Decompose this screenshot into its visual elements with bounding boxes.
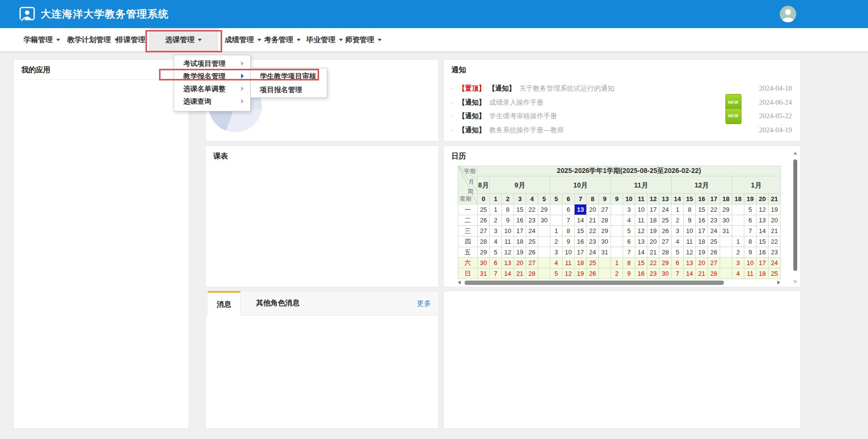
tab-other-role-messages[interactable]: 其他角色消息: [247, 291, 308, 315]
date-cell: [720, 236, 732, 247]
week-number: 21: [769, 194, 781, 204]
main-nav: 学籍管理教学计划管理排课管理选课管理成绩管理考务管理毕业管理师资管理: [0, 28, 868, 52]
date-cell: 14: [502, 268, 514, 279]
course-selection-dropdown-menu: 考试项目管理教学报名管理选课名单调整选课查询: [174, 55, 251, 111]
month-header: 8月: [478, 176, 490, 194]
date-cell: [538, 268, 550, 279]
week-number: 2: [502, 194, 514, 204]
date-cell: 28: [478, 236, 490, 247]
date-cell: 19: [647, 226, 659, 236]
date-cell: 23: [587, 236, 599, 247]
menu-item-1[interactable]: 教学报名管理: [174, 70, 250, 82]
tab-messages[interactable]: 消息: [208, 291, 241, 315]
week-number: 16: [696, 194, 708, 204]
notice-date: 2024-04-19: [747, 123, 792, 137]
date-cell: 18: [514, 236, 526, 247]
date-cell: 22: [587, 226, 599, 236]
messages-tabbar: 消息 其他角色消息 更多: [206, 291, 438, 315]
calendar-title: 日历: [444, 146, 801, 166]
date-cell: 17: [514, 226, 526, 236]
panel-timetable: 课表: [205, 145, 439, 287]
notice-date: 2024-05-22: [747, 109, 792, 123]
timetable-title: 课表: [206, 146, 438, 166]
date-cell: 21: [514, 268, 526, 279]
date-cell: [611, 215, 623, 226]
date-cell: 16: [635, 268, 647, 279]
nav-item-5[interactable]: 考务管理: [258, 28, 306, 52]
corner-label: 学期: [464, 167, 476, 175]
notice-meta: NEW2024-06-24: [725, 95, 792, 110]
user-avatar-icon[interactable]: [780, 6, 796, 22]
month-header: 10月: [550, 176, 611, 194]
date-cell: 24: [708, 226, 720, 236]
nav-item-3[interactable]: 选课管理: [149, 28, 218, 52]
calendar-table: 学期月周星期2025-2026学年1学期(2025-08-25至2026-02-…: [458, 166, 781, 279]
date-cell: 25: [478, 204, 490, 215]
date-cell: 11: [563, 258, 575, 268]
date-cell: 21: [587, 215, 599, 226]
notice-meta: 2024-04-18: [747, 81, 792, 95]
date-cell: [550, 215, 563, 226]
horizontal-scrollbar-thumb[interactable]: [465, 281, 724, 285]
submenu-item-0[interactable]: 学生教学项目审核: [251, 69, 327, 83]
scroll-left-icon[interactable]: [458, 281, 461, 284]
more-link[interactable]: 更多: [417, 291, 431, 315]
date-cell: 8: [563, 226, 575, 236]
date-cell: 15: [635, 258, 647, 268]
date-cell: 7: [623, 247, 635, 258]
weekday-label: 六: [458, 258, 478, 268]
weekday-label: 三: [458, 226, 478, 236]
date-cell: 10: [502, 226, 514, 236]
semester-calendar: 学期月周星期2025-2026学年1学期(2025-08-25至2026-02-…: [458, 166, 781, 279]
date-cell: 27: [526, 258, 538, 268]
date-cell: 18: [575, 258, 587, 268]
date-cell: 8: [623, 258, 635, 268]
submenu-item-1[interactable]: 项目报名管理: [251, 83, 327, 96]
notice-title: 教务系统操作手册—教师: [489, 126, 564, 134]
date-cell: 22: [769, 236, 781, 247]
date-cell: 8: [502, 204, 514, 215]
date-cell: 5: [623, 226, 635, 236]
calendar-corner-cell: 学期月周星期: [458, 166, 478, 204]
nav-item-7[interactable]: 师资管理: [339, 28, 387, 52]
date-cell: 15: [514, 204, 526, 215]
app-logo-icon: [19, 7, 35, 21]
date-cell: [550, 204, 563, 215]
notice-title: 学生缓考审核操作手册: [489, 112, 557, 120]
date-cell: 4: [550, 258, 563, 268]
date-cell: 26: [708, 247, 720, 258]
month-header: 9月: [490, 176, 550, 194]
date-cell: 25: [708, 236, 720, 247]
nav-item-0[interactable]: 学籍管理: [17, 28, 66, 52]
menu-item-3[interactable]: 选课查询: [174, 95, 250, 108]
notice-item-1[interactable]: ·【通知】成绩录入操作手册NEW2024-06-24: [444, 95, 801, 110]
date-cell: 20: [587, 204, 599, 215]
vertical-scrollbar-thumb[interactable]: [793, 159, 797, 271]
chevron-down-icon: [198, 39, 202, 41]
submenu-arrow-icon: [241, 86, 244, 91]
date-cell: [720, 247, 732, 258]
notice-item-3[interactable]: ·【通知】教务系统操作手册—教师2024-04-19: [444, 123, 801, 137]
date-cell: 22: [526, 204, 538, 215]
date-cell: 9: [684, 215, 696, 226]
date-cell: 26: [587, 268, 599, 279]
week-number: 6: [563, 194, 575, 204]
date-cell: 17: [756, 258, 769, 268]
scroll-up-icon[interactable]: [793, 152, 797, 155]
week-number: 14: [672, 194, 684, 204]
date-cell: 10: [684, 226, 696, 236]
menu-item-2[interactable]: 选课名单调整: [174, 82, 250, 95]
menu-item-label: 选课名单调整: [183, 85, 225, 93]
notice-tag: 【通知】: [458, 98, 485, 106]
date-cell: 24: [769, 258, 781, 268]
date-cell: 16: [514, 215, 526, 226]
date-cell: 4: [490, 236, 502, 247]
scroll-right-icon[interactable]: [777, 281, 780, 284]
date-cell: 23: [769, 247, 781, 258]
week-number: 9: [599, 194, 611, 204]
scroll-down-icon[interactable]: [793, 281, 797, 283]
notice-item-2[interactable]: ·【通知】学生缓考审核操作手册NEW2024-05-22: [444, 109, 801, 123]
date-cell: 3: [490, 226, 502, 236]
notice-item-0[interactable]: ·【置顶】【通知】关于教务管理系统试运行的通知2024-04-18: [444, 81, 801, 95]
menu-item-0[interactable]: 考试项目管理: [174, 57, 250, 70]
